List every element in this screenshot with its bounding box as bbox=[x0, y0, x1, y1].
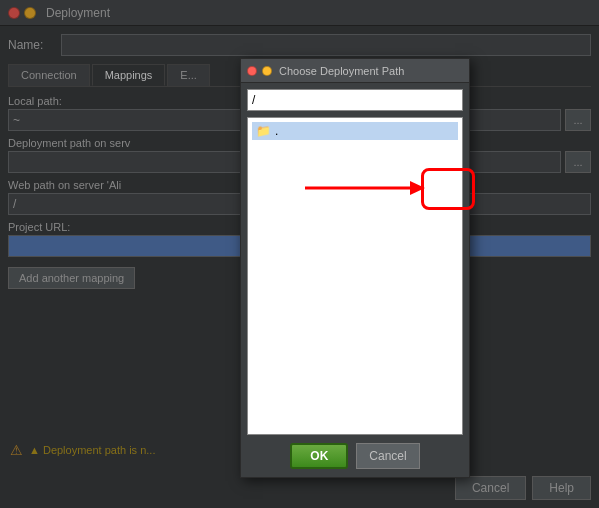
dialog-tree-content: 📁 . bbox=[247, 117, 463, 435]
dialog-close-button[interactable] bbox=[247, 66, 257, 76]
ok-button[interactable]: OK bbox=[290, 443, 348, 469]
dialog-title: Choose Deployment Path bbox=[279, 65, 404, 77]
dialog-title-bar: Choose Deployment Path bbox=[241, 59, 469, 83]
dialog-path-input[interactable] bbox=[247, 89, 463, 111]
choose-deployment-path-dialog: Choose Deployment Path 📁 . OK Cancel bbox=[240, 58, 470, 478]
tree-item-label: . bbox=[275, 124, 278, 138]
dialog-bottom-buttons: OK Cancel bbox=[241, 435, 469, 477]
tree-item-root[interactable]: 📁 . bbox=[252, 122, 458, 140]
dialog-cancel-button[interactable]: Cancel bbox=[356, 443, 419, 469]
folder-icon: 📁 bbox=[256, 124, 271, 138]
dialog-minimize-button[interactable] bbox=[262, 66, 272, 76]
dialog-path-row bbox=[241, 83, 469, 117]
